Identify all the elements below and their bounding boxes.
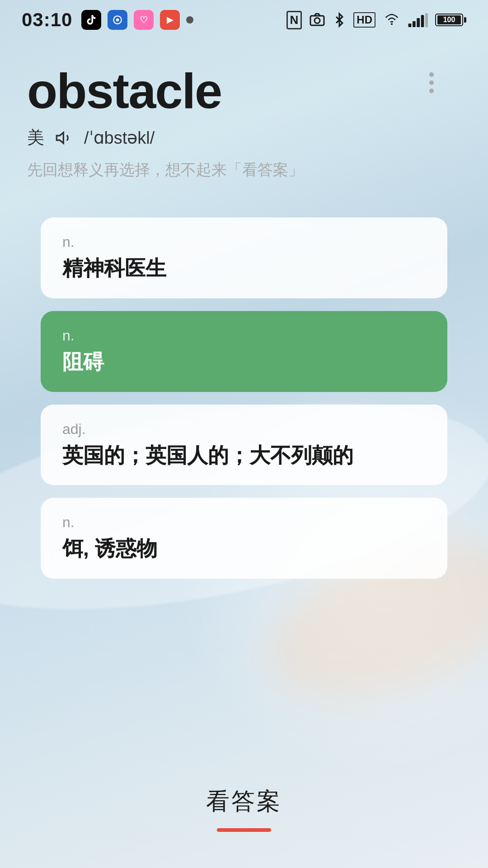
svg-rect-5 — [408, 24, 412, 27]
pronunciation: 美 /ˈɑbstəkl/ — [27, 126, 461, 149]
pronunciation-ipa: /ˈɑbstəkl/ — [84, 128, 155, 148]
option-2-pos: n. — [62, 327, 426, 344]
svg-rect-7 — [417, 18, 420, 27]
pink-app-icon: ♡ — [134, 10, 154, 30]
option-4-pos: n. — [62, 514, 426, 531]
see-answer-button[interactable]: 看答案 — [206, 786, 282, 817]
svg-rect-9 — [425, 13, 428, 27]
option-card-1[interactable]: n. 精神科医生 — [41, 217, 447, 298]
status-dot — [186, 16, 193, 24]
bluetooth-icon — [333, 12, 346, 28]
dot-3 — [429, 89, 434, 93]
pronunciation-region: 美 — [27, 126, 44, 149]
more-options-button[interactable] — [429, 72, 434, 93]
bottom-area: 看答案 — [0, 786, 488, 832]
main-content: obstacle 美 /ˈɑbstəkl/ 先回想释义再选择，想不起来「看答案」… — [0, 36, 488, 579]
camera-icon — [309, 12, 325, 28]
option-card-4[interactable]: n. 饵, 诱惑物 — [41, 498, 447, 579]
svg-rect-6 — [413, 21, 416, 27]
option-1-pos: n. — [62, 234, 426, 250]
dot-1 — [429, 72, 434, 77]
option-4-meaning: 饵, 诱惑物 — [62, 535, 426, 562]
baidu-app-icon — [108, 10, 127, 30]
option-card-2[interactable]: n. 阻碍 — [41, 311, 447, 392]
status-right-icons: N HD — [286, 11, 466, 29]
hint-text: 先回想释义再选择，想不起来「看答案」 — [27, 158, 461, 181]
tiktok-app-icon — [81, 10, 101, 30]
svg-point-1 — [116, 19, 119, 22]
option-2-meaning: 阻碍 — [62, 349, 426, 376]
signal-icon — [408, 13, 428, 27]
option-1-meaning: 精神科医生 — [62, 255, 426, 282]
svg-marker-10 — [56, 132, 63, 143]
speaker-button[interactable] — [53, 127, 75, 149]
svg-point-3 — [314, 18, 320, 24]
word-header: obstacle 美 /ˈɑbstəkl/ 先回想释义再选择，想不起来「看答案」 — [27, 63, 461, 181]
status-time: 03:10 — [22, 9, 72, 31]
bottom-indicator-line — [217, 828, 271, 832]
options-container: n. 精神科医生 n. 阻碍 adj. 英国的；英国人的；大不列颠的 n. 饵,… — [27, 217, 461, 579]
option-3-pos: adj. — [62, 421, 426, 438]
battery-icon: 100 — [435, 14, 466, 26]
dot-2 — [429, 80, 434, 85]
word-title: obstacle — [27, 63, 461, 118]
wifi-icon — [383, 13, 401, 27]
red-app-icon: ▶ — [160, 10, 180, 30]
nfc-icon: N — [286, 11, 302, 29]
hd-icon: HD — [353, 12, 375, 28]
svg-rect-8 — [421, 15, 424, 27]
option-card-3[interactable]: adj. 英国的；英国人的；大不列颠的 — [41, 405, 447, 486]
option-3-meaning: 英国的；英国人的；大不列颠的 — [62, 442, 426, 469]
svg-point-4 — [391, 23, 393, 25]
status-bar: 03:10 ♡ ▶ N — [0, 0, 488, 36]
status-app-icons: ♡ ▶ — [81, 10, 193, 30]
